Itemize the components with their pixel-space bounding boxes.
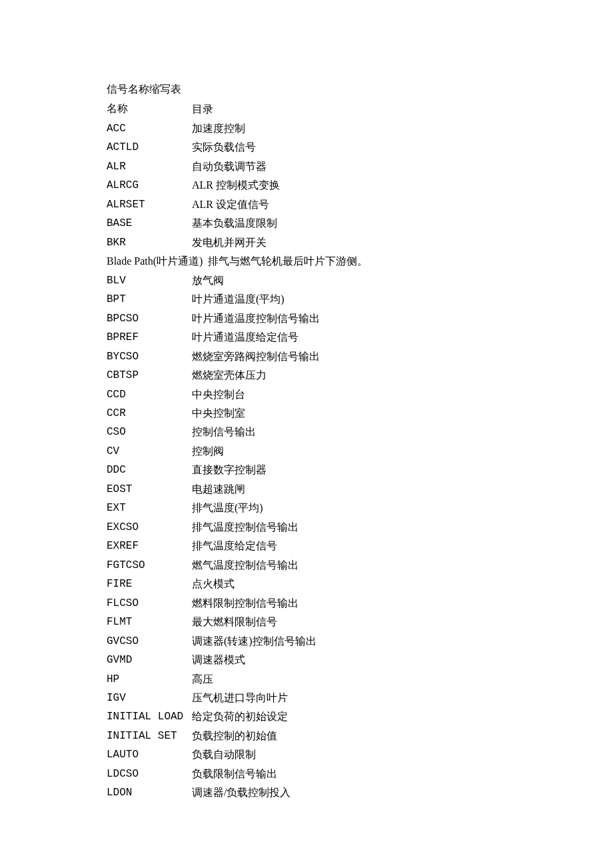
signal-desc: 排气温度给定信号 [192, 537, 277, 555]
signal-name: INITIAL SET [107, 727, 192, 745]
signal-name: BPREF [107, 328, 192, 347]
signal-name: ALR [107, 157, 192, 176]
table-row: INITIAL LOAD给定负荷的初始设定 [107, 707, 613, 726]
signal-name: CBTSP [107, 366, 192, 385]
signal-desc: 最大燃料限制信号 [192, 613, 277, 631]
signal-desc: ALR 控制模式变换 [192, 176, 280, 195]
table-row: ALRCGALR 控制模式变换 [107, 176, 613, 195]
signal-desc: 调速器(转速)控制信号输出 [192, 632, 316, 651]
signal-name: BPCSO [107, 309, 192, 328]
signal-desc: 实际负载信号 [192, 138, 256, 157]
header-name: 名称 [107, 100, 192, 119]
signal-name: BYCSO [107, 347, 192, 366]
signal-name: ACC [107, 119, 192, 138]
signal-desc: 叶片通道温度给定信号 [192, 328, 299, 347]
signal-name: DDC [107, 461, 192, 479]
table-row: LDCSO负载限制信号输出 [107, 765, 613, 783]
table-row: BPCSO叶片通道温度控制信号输出 [107, 309, 613, 328]
signal-desc: 调速器模式 [192, 651, 245, 669]
signal-name: CV [107, 442, 192, 461]
table-row: BYCSO燃烧室旁路阀控制信号输出 [107, 347, 613, 366]
signal-desc: 给定负荷的初始设定 [192, 707, 288, 726]
signal-desc: 负载限制信号输出 [192, 765, 277, 783]
table-row: DDC直接数字控制器 [107, 461, 613, 479]
signal-name: IGV [107, 689, 192, 707]
signal-desc: 负载自动限制 [192, 745, 256, 764]
signal-desc: 发电机并网开关 [192, 233, 267, 252]
signal-desc: 中央控制台 [192, 385, 245, 404]
signal-desc: 负载控制的初始值 [192, 727, 277, 745]
table-row: CBTSP燃烧室壳体压力 [107, 366, 613, 385]
table-row: ACTLD实际负载信号 [107, 138, 613, 157]
table-body: ACC加速度控制ACTLD实际负载信号ALR自动负载调节器ALRCGALR 控制… [107, 119, 613, 803]
signal-desc: ALR 设定值信号 [192, 195, 269, 214]
signal-name: ALRCG [107, 176, 192, 195]
signal-desc: 燃烧室旁路阀控制信号输出 [192, 347, 320, 366]
signal-desc: 高压 [192, 670, 213, 689]
table-row: LDON调速器/负载控制投入 [107, 783, 613, 802]
table-row: ACC加速度控制 [107, 119, 613, 138]
signal-name: GVCSO [107, 632, 192, 651]
table-row: HP高压 [107, 670, 613, 689]
signal-name: BPT [107, 290, 192, 309]
table-row: EXREF排气温度给定信号 [107, 537, 613, 555]
table-row: GVMD调速器模式 [107, 651, 613, 669]
page-title: 信号名称缩写表 [107, 80, 613, 99]
table-row: IGV压气机进口导向叶片 [107, 689, 613, 707]
table-row: BASE基本负载温度限制 [107, 214, 613, 233]
table-row: CSO控制信号输出 [107, 423, 613, 441]
signal-name: CSO [107, 423, 192, 441]
signal-desc: 燃料限制控制信号输出 [192, 594, 299, 613]
table-row: ALR自动负载调节器 [107, 157, 613, 176]
table-row: CCR中央控制室 [107, 404, 613, 423]
signal-name: LAUTO [107, 745, 192, 764]
signal-name: FLCSO [107, 594, 192, 613]
signal-desc: 直接数字控制器 [192, 461, 267, 479]
signal-name: ACTLD [107, 138, 192, 157]
table-row: EXCSO排气温度控制信号输出 [107, 518, 613, 537]
table-row: EOST电超速跳闸 [107, 480, 613, 499]
signal-desc: 电超速跳闸 [192, 480, 245, 499]
signal-name: FGTCSO [107, 556, 192, 575]
signal-name: HP [107, 670, 192, 689]
signal-desc: 点火模式 [192, 575, 235, 593]
signal-desc: 自动负载调节器 [192, 157, 267, 176]
signal-name: FLMT [107, 613, 192, 631]
signal-name: GVMD [107, 651, 192, 669]
signal-name: CCR [107, 404, 192, 423]
signal-desc: 调速器/负载控制投入 [192, 783, 291, 802]
signal-desc: 放气阀 [192, 271, 224, 290]
table-row: CV控制阀 [107, 442, 613, 461]
signal-name: BASE [107, 214, 192, 233]
signal-name: LDCSO [107, 765, 192, 783]
table-row: BPREF叶片通道温度给定信号 [107, 328, 613, 347]
signal-desc: 叶片通道温度(平均) [192, 290, 285, 309]
table-row: GVCSO调速器(转速)控制信号输出 [107, 632, 613, 651]
signal-name: BLV [107, 271, 192, 290]
signal-name: EXT [107, 499, 192, 517]
table-row: BKR发电机并网开关 [107, 233, 613, 252]
signal-name: CCD [107, 385, 192, 404]
signal-name: EOST [107, 480, 192, 499]
signal-name: EXREF [107, 537, 192, 555]
signal-name: LDON [107, 783, 192, 802]
signal-name: INITIAL LOAD [107, 707, 192, 726]
table-row: CCD中央控制台 [107, 385, 613, 404]
table-row: FIRE点火模式 [107, 575, 613, 593]
signal-desc: 控制信号输出 [192, 423, 256, 441]
table-row: ALRSETALR 设定值信号 [107, 195, 613, 214]
table-row: EXT排气温度(平均) [107, 499, 613, 517]
header-desc: 目录 [192, 100, 213, 119]
table-row: INITIAL SET负载控制的初始值 [107, 727, 613, 745]
signal-desc: 叶片通道温度控制信号输出 [192, 309, 320, 328]
signal-name: ALRSET [107, 195, 192, 214]
table-row: BPT叶片通道温度(平均) [107, 290, 613, 309]
signal-name: EXCSO [107, 518, 192, 537]
table-row: Blade Path(叶片通道) 排气与燃气轮机最后叶片下游侧。 [107, 252, 613, 271]
table-row: LAUTO负载自动限制 [107, 745, 613, 764]
signal-desc: 控制阀 [192, 442, 224, 461]
table-row: FLMT最大燃料限制信号 [107, 613, 613, 631]
table-header: 名称 目录 [107, 100, 613, 119]
signal-name: BKR [107, 233, 192, 252]
signal-desc: 燃气温度控制信号输出 [192, 556, 299, 575]
